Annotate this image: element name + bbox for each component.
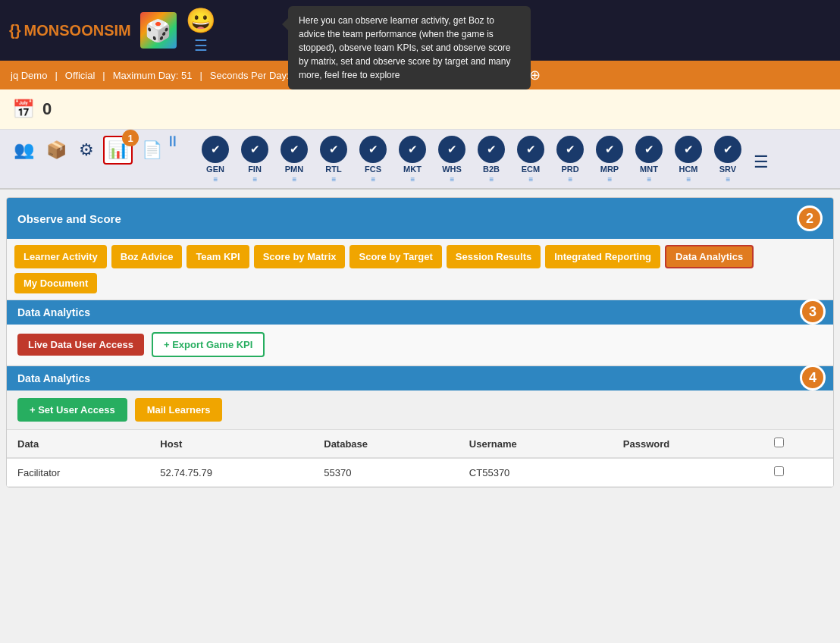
module-lines-rtl: ≡: [332, 175, 336, 183]
module-lines-ecm: ≡: [529, 175, 533, 183]
module-pmn[interactable]: ✔ PMN ≡: [274, 136, 314, 188]
people-icon[interactable]: 👥: [11, 137, 37, 163]
chart-icon[interactable]: 📊 1: [103, 136, 133, 165]
module-gen[interactable]: ✔ GEN ≡: [196, 136, 235, 188]
live-data-user-access-button[interactable]: Live Data User Access: [17, 334, 144, 356]
observe-section: Observe and Score 2 Learner Activity Boz…: [6, 197, 834, 488]
module-fcs[interactable]: ✔ FCS ≡: [353, 136, 393, 188]
data-analytics-section2: Data Analytics 4 + Set User Access Mail …: [7, 365, 833, 487]
more-modules-button[interactable]: ☰: [748, 149, 775, 175]
tab-session-results[interactable]: Session Results: [447, 245, 541, 268]
table-header-row: Data Host Database Username Password: [7, 430, 833, 458]
data-table: Data Host Database Username Password Fac…: [7, 430, 833, 487]
sep2: |: [102, 70, 105, 81]
col-database: Database: [313, 430, 459, 458]
set-user-access-button[interactable]: + Set User Access: [17, 398, 127, 422]
nav-icon-group: 👥 📦 ⚙ 📊 1 📄: [11, 136, 165, 171]
badge-3: 3: [800, 299, 826, 325]
calendar-count: 0: [42, 99, 52, 119]
hamburger-menu[interactable]: ☰: [194, 36, 208, 55]
module-label-fin: FIN: [248, 165, 262, 174]
module-label-rtl: RTL: [325, 165, 341, 174]
tooltip-text: Here you can observe learner activity, g…: [299, 15, 510, 80]
module-lines-b2b: ≡: [490, 175, 494, 183]
cell-data: Facilitator: [7, 458, 149, 487]
module-circle-rtl: ✔: [320, 136, 347, 163]
badge-4: 4: [800, 365, 826, 391]
module-rtl[interactable]: ✔ RTL ≡: [314, 136, 353, 188]
logo: {} MONSOONSIM: [9, 22, 131, 39]
avatar-area: 😀 ☰: [186, 6, 216, 55]
row-checkbox[interactable]: [774, 466, 784, 476]
module-circle-fin: ✔: [241, 136, 268, 163]
tab-team-kpi[interactable]: Team KPI: [186, 245, 249, 268]
module-circle-fcs: ✔: [359, 136, 387, 163]
tab-my-document[interactable]: My Document: [14, 273, 97, 293]
module-label-mkt: MKT: [403, 165, 422, 174]
module-label-fcs: FCS: [365, 165, 381, 174]
module-circle-ecm: ✔: [517, 136, 544, 163]
tabs-row: Learner Activity Boz Advice Team KPI Sco…: [7, 239, 833, 300]
cell-check[interactable]: [763, 458, 833, 487]
module-circle-gen: ✔: [202, 136, 229, 163]
module-mnt[interactable]: ✔ MNT ≡: [629, 136, 669, 188]
module-lines-prd: ≡: [569, 175, 572, 183]
gift-icon[interactable]: 📦: [43, 137, 70, 163]
col-data: Data: [7, 430, 149, 458]
sep1: |: [55, 70, 57, 81]
tooltip-box: Here you can observe learner activity, g…: [288, 6, 531, 89]
module-prd[interactable]: ✔ PRD ≡: [550, 136, 590, 188]
tab-score-by-matrix[interactable]: Score by Matrix: [254, 245, 346, 268]
doc-icon[interactable]: 📄: [139, 137, 165, 163]
nav-bar: 👥 📦 ⚙ 📊 1 📄 ⏸ ✔ GEN ≡ ✔ FIN ≡ ✔ PMN ≡ ✔ …: [0, 130, 840, 190]
demo-label: jq Demo: [11, 70, 47, 81]
module-lines-gen: ≡: [214, 175, 218, 183]
logo-brace: {}: [9, 22, 21, 39]
avatar-emoji: 😀: [186, 6, 216, 35]
btn-actions-bottom: + Set User Access Mail Learners: [7, 391, 833, 430]
module-hcm[interactable]: ✔ HCM ≡: [669, 136, 708, 188]
module-label-mrp: MRP: [600, 165, 619, 174]
module-label-whs: WHS: [442, 165, 462, 174]
export-game-kpi-button[interactable]: + Export Game KPI: [152, 332, 265, 357]
col-username: Username: [459, 430, 613, 458]
calendar-bar: 📅 0: [0, 89, 840, 130]
module-fin[interactable]: ✔ FIN ≡: [235, 136, 274, 188]
btn-actions-top: Live Data User Access + Export Game KPI: [7, 325, 833, 365]
badge-2: 2: [797, 205, 823, 231]
module-circle-b2b: ✔: [478, 136, 505, 163]
sliders-icon[interactable]: ⚙: [76, 137, 97, 163]
cell-password: [613, 458, 764, 487]
col-password: Password: [613, 430, 764, 458]
module-label-prd: PRD: [561, 165, 578, 174]
module-circle-pmn: ✔: [281, 136, 308, 163]
mail-learners-button[interactable]: Mail Learners: [135, 398, 223, 422]
cell-database: 55370: [313, 458, 459, 487]
col-host: Host: [149, 430, 313, 458]
tab-integrated-reporting[interactable]: Integrated Reporting: [545, 245, 660, 268]
tab-data-analytics[interactable]: Data Analytics: [665, 245, 754, 268]
module-label-pmn: PMN: [285, 165, 303, 174]
module-lines-mrp: ≡: [608, 175, 612, 183]
module-lines-pmn: ≡: [293, 175, 296, 183]
calendar-icon: 📅: [12, 99, 35, 120]
tab-learner-activity[interactable]: Learner Activity: [14, 245, 107, 268]
tab-boz-advice[interactable]: Boz Advice: [111, 245, 183, 268]
module-whs[interactable]: ✔ WHS ≡: [432, 136, 472, 188]
module-mkt[interactable]: ✔ MKT ≡: [393, 136, 432, 188]
module-ecm[interactable]: ✔ ECM ≡: [511, 136, 550, 188]
module-b2b[interactable]: ✔ B2B ≡: [472, 136, 511, 188]
module-srv[interactable]: ✔ SRV ≡: [708, 136, 748, 188]
tab-score-by-target[interactable]: Score by Target: [349, 245, 441, 268]
select-all-checkbox[interactable]: [774, 438, 784, 447]
module-label-gen: GEN: [206, 165, 224, 174]
add-button[interactable]: ⊕: [529, 67, 541, 83]
pause-button[interactable]: ⏸: [165, 133, 180, 150]
logo-name: MONSOONSIM: [24, 22, 131, 39]
top-header: {} MONSOONSIM 🎲 😀 ☰ Here you can observe…: [0, 0, 840, 61]
module-label-ecm: ECM: [522, 165, 540, 174]
data-analytics-sub-header2: Data Analytics 4: [7, 366, 833, 391]
module-circle-mnt: ✔: [635, 136, 663, 163]
module-circle-prd: ✔: [556, 136, 584, 163]
module-mrp[interactable]: ✔ MRP ≡: [590, 136, 629, 188]
